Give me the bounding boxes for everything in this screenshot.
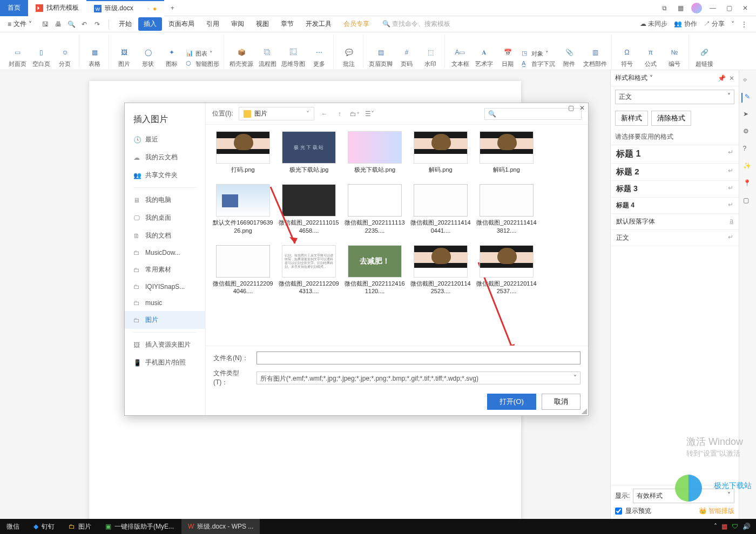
side-computer[interactable]: 🖥我的电脑 [125,191,205,209]
tray-up-icon[interactable]: ˄ [714,523,717,530]
clear-format-button[interactable]: 清除格式 [651,111,691,126]
page-break-button[interactable]: ⎊分页 [55,46,75,68]
docer-resource-button[interactable]: 📦稻壳资源 [230,46,253,68]
file-item[interactable]: 识别。短按图片工具文字格可以进转写，如果需要复制文字可以通科器可以识别全部文字。… [277,243,341,302]
open-button[interactable]: 打开(O) [487,394,536,410]
blank-page-button[interactable]: ▯空白页 [31,46,51,68]
side-pictures[interactable]: 🗀图片 [125,311,205,329]
dialog-restore-icon[interactable]: ▢ [568,104,574,112]
nav-up-icon[interactable]: ↑ [335,109,345,119]
close-button[interactable]: ✕ [740,3,751,13]
nav-back-icon[interactable]: ← [320,109,329,119]
file-item[interactable]: 解码.png [409,129,473,180]
textbox-button[interactable]: A▭文本框 [450,46,470,68]
command-search[interactable]: 🔍 查找命令、搜索模板 [382,19,450,29]
side-documents[interactable]: 🗎我的文档 [125,227,205,245]
file-item[interactable]: 解码1.png [475,129,538,180]
file-item[interactable]: 微信截图_20221114140441.... [409,182,473,241]
side-insert-resource[interactable]: 🖼插入资源夹图片 [125,336,205,354]
flowchart-button[interactable]: ⿻流程图 [258,46,277,68]
pin-icon[interactable]: 📌 [718,75,726,82]
new-tab-button[interactable]: + [164,4,180,12]
file-item[interactable]: 微信截图_20221111132235.... [343,182,407,241]
page-number-button[interactable]: #页码 [397,46,416,68]
style-heading3[interactable]: 标题 3↵ [611,181,739,198]
ts-help-icon[interactable]: ? [743,145,753,154]
ts-more-icon[interactable]: ▢ [743,197,753,206]
shape-button[interactable]: ◯形状 [138,46,158,68]
side-recent[interactable]: 🕓最近 [125,131,205,148]
header-footer-button[interactable]: ▤页眉页脚 [369,46,393,68]
file-item[interactable]: 打码.png [211,129,275,180]
dropcap-button[interactable]: A̲首字下沉 [522,60,555,68]
file-item[interactable]: 极 光 下 载 站极光下载站.jpg [277,129,341,180]
preview-checkbox[interactable] [615,508,622,515]
mindmap-button[interactable]: ⿺思维导图 [281,46,305,68]
location-breadcrumb[interactable]: 图片 ˅ [239,107,314,120]
smartart-button[interactable]: ⬡智能图形 [186,60,219,68]
style-list[interactable]: 标题 1↵ 标题 2↵ 标题 3↵ 标题 4↵ 默认段落字体a 正文↵ [611,145,739,485]
panel-close-icon[interactable]: ✕ [729,75,734,82]
user-avatar[interactable] [691,3,702,13]
tab-review[interactable]: 审阅 [226,17,249,31]
style-heading2[interactable]: 标题 2↵ [611,164,739,181]
new-folder-icon[interactable]: 🗀⁺ [350,109,360,119]
tab-menu-icon[interactable]: ▫ [147,5,150,12]
comment-button[interactable]: 💬批注 [339,46,359,68]
ts-ai-icon[interactable]: ✨ [743,162,753,172]
style-heading4[interactable]: 标题 4↵ [611,198,739,214]
style-default-font[interactable]: 默认段落字体a [611,214,739,230]
apps-icon[interactable]: ▦ [675,3,686,13]
ts-settings-icon[interactable]: ⚙ [743,127,753,137]
ts-style-icon[interactable]: ⟐ [743,76,753,85]
maximize-button[interactable]: ▢ [724,3,734,13]
file-menu[interactable]: ≡ 文件 ˅ [3,19,36,29]
share-button[interactable]: ↗ 分享 [704,19,725,29]
tab-devtools[interactable]: 开发工具 [300,17,337,31]
resize-grip[interactable] [582,409,587,414]
file-item[interactable]: 微信截图_20221114143812.... [475,182,538,241]
view-options-icon[interactable]: ☰˅ [365,109,375,119]
filename-input[interactable] [256,352,580,364]
file-item[interactable]: 微信截图_20221201142537.... [475,243,538,302]
table-button[interactable]: ▦表格 [85,46,104,68]
attachment-button[interactable]: 📎附件 [559,46,579,68]
redo-icon[interactable]: ↷ [92,21,102,28]
tab-document[interactable]: W 班级.docx ▫ ● [86,0,164,16]
object-button[interactable]: ◳对象˅ [522,50,555,58]
print-icon[interactable]: 🖶 [53,21,63,28]
ts-format-icon[interactable]: ✎ [741,93,751,103]
style-body[interactable]: 正文↵ [611,230,739,246]
smart-layout-link[interactable]: 👑 智能排版 [699,506,734,516]
minimize-button[interactable]: — [707,3,718,13]
undo-icon[interactable]: ↶ [79,21,89,28]
tab-section[interactable]: 章节 [275,17,299,31]
file-item[interactable]: 去减肥！微信截图_20221124161120.... [343,243,407,302]
date-button[interactable]: 📅日期 [498,46,517,68]
ts-select-icon[interactable]: ➤ [743,110,753,120]
file-item[interactable]: 微信截图_20221201142523.... [409,243,473,302]
taskbar-dingtalk[interactable]: ◆钉钉 [27,519,61,534]
wordart-button[interactable]: 𝐀艺术字 [474,46,494,68]
tab-insert[interactable]: 插入 [138,17,162,31]
tray-ime-icon[interactable]: ▦ [721,523,727,530]
more-button[interactable]: ⋯更多 [309,46,329,68]
side-shared[interactable]: 👥共享文件夹 [125,166,205,184]
style-heading1[interactable]: 标题 1↵ [611,145,739,164]
file-item[interactable]: 极光下载站.png [343,129,407,180]
side-cloud[interactable]: ☁我的云文档 [125,148,205,166]
file-item[interactable]: 微信截图_20221122094046.... [211,243,275,302]
tab-layout[interactable]: 页面布局 [163,17,200,31]
docparts-button[interactable]: ▥文档部件 [583,46,607,68]
chart-button[interactable]: 📊图表˅ [186,50,219,58]
equation-button[interactable]: π公式 [641,46,660,68]
collapse-ribbon-icon[interactable]: ˅ [731,21,734,28]
number-button[interactable]: №编号 [665,46,684,68]
ts-location-icon[interactable]: 📍 [743,179,753,189]
tray-volume-icon[interactable]: 🔊 [742,523,751,530]
current-style-select[interactable]: 正文˅ [615,90,734,104]
dialog-search[interactable]: 🔍 [484,108,582,120]
symbol-button[interactable]: Ω符号 [617,46,637,68]
preview-icon[interactable]: 🔍 [66,21,76,28]
taskbar-myeditor[interactable]: ▣一键排版助手(MyE... [99,519,180,534]
